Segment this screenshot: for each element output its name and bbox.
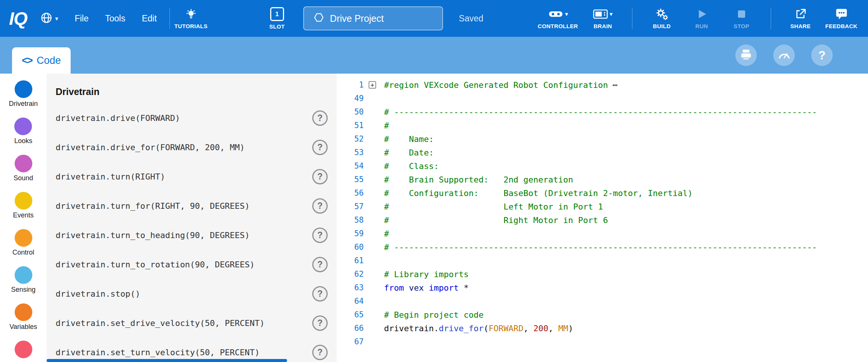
code-line[interactable]: 56# Configuration: BaseBot (Drivetrain 2…	[337, 186, 868, 200]
stop-label: STOP	[733, 23, 749, 29]
tab-code[interactable]: <> Code	[12, 47, 71, 74]
code-line[interactable]: 50# ------------------------------------…	[337, 105, 868, 119]
command-text[interactable]: drivetrain.stop()	[56, 289, 140, 299]
feedback-button[interactable]: FEEDBACK	[825, 8, 857, 29]
command-help-button[interactable]: ?	[312, 140, 328, 155]
menu-edit[interactable]: Edit	[133, 14, 165, 24]
fold-expand-icon[interactable]: +	[369, 81, 376, 89]
code-line[interactable]: 60# ------------------------------------…	[337, 240, 868, 254]
stop-square-icon	[736, 8, 747, 21]
code-line[interactable]: 64	[337, 294, 868, 308]
code-line[interactable]: 52# Name:	[337, 132, 868, 146]
horizontal-scrollbar[interactable]	[47, 359, 287, 362]
menu-file[interactable]: File	[67, 14, 97, 24]
code-line[interactable]: 55# Brain Supported: 2nd generation	[337, 173, 868, 186]
project-name: Drive Project	[330, 13, 384, 24]
brain-label: BRAIN	[594, 23, 612, 29]
code-line[interactable]: 61	[337, 254, 868, 267]
line-number: 59	[337, 229, 364, 238]
category-sound[interactable]: Sound	[14, 155, 33, 192]
command-text[interactable]: drivetrain.turn_for(RIGHT, 90, DEGREES)	[56, 201, 250, 211]
divider	[169, 8, 170, 29]
code-editor[interactable]: 1+#region VEXcode Generated Robot Config…	[337, 74, 868, 362]
print-button[interactable]	[735, 45, 757, 66]
code-text: # Name:	[384, 134, 434, 144]
share-label: SHARE	[790, 23, 811, 29]
category-drivetrain[interactable]: Drivetrain	[9, 80, 38, 118]
slot-button[interactable]: 1 SLOT	[262, 7, 292, 30]
command-text[interactable]: drivetrain.set_turn_velocity(50, PERCENT…	[56, 348, 260, 357]
code-tab-label: Code	[37, 55, 61, 66]
category-dot-icon	[15, 266, 32, 284]
code-line[interactable]: 49	[337, 92, 868, 105]
chevron-down-icon: ▾	[55, 15, 58, 22]
code-line[interactable]: 62# Library imports	[337, 267, 868, 281]
line-number: 50	[337, 107, 364, 116]
code-line[interactable]: 63from vex import *	[337, 281, 868, 294]
code-line[interactable]: 51#	[337, 119, 868, 132]
controller-button[interactable]: ▾CONTROLLER	[538, 8, 578, 29]
stop-button[interactable]: STOP	[726, 8, 756, 29]
help-button[interactable]: ?	[811, 45, 833, 66]
category-label: Sound	[14, 174, 33, 182]
command-text[interactable]: drivetrain.drive(FORWARD)	[56, 113, 180, 123]
collapsed-region-indicator[interactable]: ⋯	[612, 80, 618, 90]
category-looks[interactable]: Looks	[14, 118, 32, 155]
command-help-button[interactable]: ?	[312, 198, 328, 214]
build-gears-icon	[656, 8, 668, 21]
category-item-8[interactable]	[15, 341, 32, 362]
command-text[interactable]: drivetrain.set_drive_velocity(50, PERCEN…	[56, 318, 265, 328]
line-number: 53	[337, 148, 364, 157]
project-name-button[interactable]: Drive Project	[303, 6, 443, 30]
code-line[interactable]: 58# Right Motor in Port 6	[337, 213, 868, 227]
line-number: 66	[337, 324, 364, 333]
category-dot-icon	[15, 192, 32, 210]
run-button[interactable]: RUN	[687, 8, 717, 29]
command-help-button[interactable]: ?	[312, 257, 328, 272]
command-text[interactable]: drivetrain.drive_for(FORWARD, 200, MM)	[56, 143, 245, 152]
command-help-button[interactable]: ?	[312, 345, 328, 360]
line-number: 52	[337, 134, 364, 143]
code-line[interactable]: 57# Left Motor in Port 1	[337, 200, 868, 213]
command-text[interactable]: drivetrain.turn_to_rotation(90, DEGREES)	[56, 260, 255, 269]
command-row: drivetrain.turn_for(RIGHT, 90, DEGREES)?	[47, 191, 337, 220]
chevron-down-icon: ▾	[609, 11, 612, 18]
code-text: # Left Motor in Port 1	[384, 202, 603, 211]
dashboard-button[interactable]	[773, 45, 795, 66]
tutorials-button[interactable]: TUTORIALS	[174, 8, 207, 29]
code-text: from vex import *	[384, 283, 469, 293]
language-globe-button[interactable]: ▾	[40, 12, 58, 26]
slot-label: SLOT	[269, 23, 285, 30]
command-text[interactable]: drivetrain.turn(RIGHT)	[56, 172, 165, 181]
menu-tools[interactable]: Tools	[97, 14, 134, 24]
build-button[interactable]: BUILD	[647, 8, 677, 29]
code-line[interactable]: 66drivetrain.drive_for(FORWARD, 200, MM)	[337, 321, 868, 335]
code-line[interactable]: 59#	[337, 227, 868, 240]
code-line[interactable]: 1+#region VEXcode Generated Robot Config…	[337, 78, 868, 92]
command-list: drivetrain.drive(FORWARD)?drivetrain.dri…	[47, 103, 337, 362]
command-help-button[interactable]: ?	[312, 315, 328, 331]
lightbulb-icon	[185, 8, 197, 21]
category-sensing[interactable]: Sensing	[11, 266, 35, 303]
category-events[interactable]: Events	[13, 192, 33, 229]
brain-icon: ▾	[593, 8, 612, 21]
brain-button[interactable]: ▾BRAIN	[588, 8, 618, 29]
command-help-button[interactable]: ?	[312, 228, 328, 243]
code-line[interactable]: 67	[337, 335, 868, 348]
code-text: # Date:	[384, 148, 434, 157]
line-number: 51	[337, 121, 364, 130]
command-help-button[interactable]: ?	[312, 110, 328, 126]
code-brackets-icon: <>	[22, 55, 32, 66]
globe-icon	[40, 12, 53, 26]
command-help-button[interactable]: ?	[312, 286, 328, 302]
line-number: 57	[337, 202, 364, 211]
command-help-button[interactable]: ?	[312, 169, 328, 184]
code-line[interactable]: 53# Date:	[337, 146, 868, 159]
line-number: 58	[337, 216, 364, 225]
category-variables[interactable]: Variables	[9, 303, 37, 341]
share-button[interactable]: SHARE	[785, 8, 815, 29]
code-line[interactable]: 65# Begin project code	[337, 308, 868, 321]
code-line[interactable]: 54# Class:	[337, 159, 868, 173]
category-control[interactable]: Control	[12, 229, 34, 266]
command-text[interactable]: drivetrain.turn_to_heading(90, DEGREES)	[56, 231, 250, 240]
